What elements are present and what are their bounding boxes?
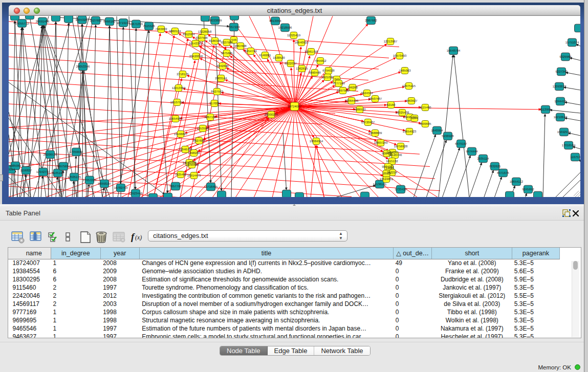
svg-text:3624554: 3624554 <box>361 92 373 95</box>
svg-text:18724007: 18724007 <box>288 105 302 108</box>
svg-text:13524851: 13524851 <box>380 178 394 181</box>
svg-text:8471676: 8471676 <box>497 171 509 175</box>
svg-text:8912954: 8912954 <box>183 33 195 36</box>
svg-text:16648784: 16648784 <box>447 49 461 53</box>
svg-text:39154: 39154 <box>9 168 15 171</box>
svg-text:1244413: 1244413 <box>554 100 567 103</box>
svg-text:15751074: 15751074 <box>565 41 579 45</box>
svg-text:10046788: 10046788 <box>179 148 192 151</box>
svg-text:9146821: 9146821 <box>259 54 271 57</box>
svg-text:2803144: 2803144 <box>215 77 227 80</box>
svg-text:12213967: 12213967 <box>384 40 398 43</box>
svg-text:6479197: 6479197 <box>455 142 467 146</box>
svg-text:1615132: 1615132 <box>386 160 398 163</box>
svg-text:116753: 116753 <box>570 156 580 159</box>
svg-text:9657791: 9657791 <box>169 185 182 188</box>
svg-text:7663822: 7663822 <box>155 28 167 31</box>
svg-text:7625402: 7625402 <box>175 173 187 177</box>
svg-text:917006: 917006 <box>209 102 220 105</box>
svg-text:6794028: 6794028 <box>322 69 335 73</box>
svg-text:20206536: 20206536 <box>43 153 57 157</box>
svg-text:15716485: 15716485 <box>204 185 218 189</box>
svg-text:746266: 746266 <box>347 86 358 90</box>
svg-text:19654983: 19654983 <box>169 117 183 121</box>
svg-text:245: 245 <box>334 78 340 81</box>
svg-text:2718176: 2718176 <box>177 73 189 76</box>
svg-text:7515526: 7515526 <box>143 25 155 28</box>
svg-text:7986522: 7986522 <box>354 108 366 112</box>
svg-text:12942737: 12942737 <box>36 170 50 174</box>
svg-text:1538520: 1538520 <box>273 56 285 60</box>
svg-text:1156827: 1156827 <box>20 169 33 172</box>
svg-text:1353594: 1353594 <box>197 127 209 130</box>
svg-text:8813054: 8813054 <box>269 19 281 23</box>
svg-text:14055712: 14055712 <box>15 21 29 25</box>
svg-text:9463627: 9463627 <box>405 99 418 103</box>
svg-text:2935114: 2935114 <box>477 157 490 161</box>
svg-text:10025438: 10025438 <box>396 111 409 115</box>
svg-text:8627833: 8627833 <box>193 139 205 143</box>
svg-text:16914479: 16914479 <box>187 174 201 178</box>
svg-text:30975687: 30975687 <box>57 165 71 168</box>
svg-text:8322037: 8322037 <box>285 62 297 65</box>
svg-text:18807249: 18807249 <box>374 141 388 145</box>
svg-text:8454749: 8454749 <box>245 50 257 53</box>
svg-text:8427552: 8427552 <box>211 90 223 94</box>
svg-text:9084052: 9084052 <box>382 165 394 169</box>
svg-text:20691406: 20691406 <box>36 20 50 24</box>
svg-text:10653287: 10653287 <box>75 18 89 21</box>
svg-text:17016504: 17016504 <box>562 144 576 147</box>
svg-text:7485063: 7485063 <box>399 69 411 73</box>
svg-text:23420046: 23420046 <box>189 55 203 58</box>
svg-text:19756928: 19756928 <box>394 145 408 148</box>
svg-text:12213369: 12213369 <box>172 86 186 90</box>
svg-text:19384554: 19384554 <box>310 140 323 143</box>
svg-text:1145194: 1145194 <box>52 171 64 175</box>
svg-text:16210643: 16210643 <box>554 116 568 119</box>
svg-text:12975115: 12975115 <box>402 84 416 88</box>
svg-text:15692971: 15692971 <box>557 130 571 134</box>
svg-text:5938928: 5938928 <box>442 135 454 138</box>
svg-text:7632621: 7632621 <box>489 165 501 168</box>
svg-text:10654112: 10654112 <box>510 180 524 184</box>
svg-text:1640954: 1640954 <box>431 129 443 133</box>
svg-text:8113955: 8113955 <box>540 108 552 112</box>
svg-text:9474444: 9474444 <box>466 150 478 154</box>
svg-text:10688609: 10688609 <box>368 132 382 135</box>
svg-text:16671355: 16671355 <box>129 23 143 26</box>
svg-text:7955812: 7955812 <box>314 59 326 63</box>
svg-text:9115460: 9115460 <box>420 106 432 110</box>
svg-text:10973493: 10973493 <box>393 54 407 58</box>
svg-text:1498222: 1498222 <box>188 151 200 155</box>
svg-text:14136141: 14136141 <box>373 183 387 186</box>
svg-text:13226058: 13226058 <box>198 30 212 34</box>
svg-text:2867608: 2867608 <box>234 45 247 48</box>
svg-text:6497508: 6497508 <box>337 89 349 93</box>
svg-text:9860124: 9860124 <box>169 30 181 33</box>
svg-text:8990448: 8990448 <box>309 71 321 75</box>
svg-text:9227342: 9227342 <box>555 70 568 74</box>
svg-text:16543382: 16543382 <box>189 42 203 46</box>
svg-text:12093872: 12093872 <box>553 85 567 89</box>
svg-text:20053346: 20053346 <box>76 65 90 69</box>
svg-text:62160: 62160 <box>387 103 396 107</box>
svg-text:11325419: 11325419 <box>287 34 301 37</box>
svg-text:9844: 9844 <box>411 117 418 120</box>
svg-text:2087682: 2087682 <box>365 19 377 23</box>
svg-text:10958107: 10958107 <box>98 182 112 186</box>
svg-text:20364436: 20364436 <box>345 99 359 103</box>
svg-text:9242848: 9242848 <box>216 64 229 68</box>
svg-text:18523: 18523 <box>382 172 391 176</box>
svg-text:12923446: 12923446 <box>129 192 143 195</box>
svg-text:9777169: 9777169 <box>333 82 345 85</box>
svg-text:1733426: 1733426 <box>395 188 407 191</box>
svg-text:8466160: 8466160 <box>103 20 116 24</box>
svg-text:14099488: 14099488 <box>185 163 199 167</box>
svg-text:17359934: 17359934 <box>70 150 83 154</box>
svg-text:10719155: 10719155 <box>117 21 130 25</box>
svg-text:15720407: 15720407 <box>361 121 375 124</box>
svg-text:3875685: 3875685 <box>221 52 233 55</box>
svg-text:5985061: 5985061 <box>9 164 21 168</box>
svg-text:f: f <box>131 231 135 242</box>
svg-text:3267150: 3267150 <box>204 116 216 119</box>
